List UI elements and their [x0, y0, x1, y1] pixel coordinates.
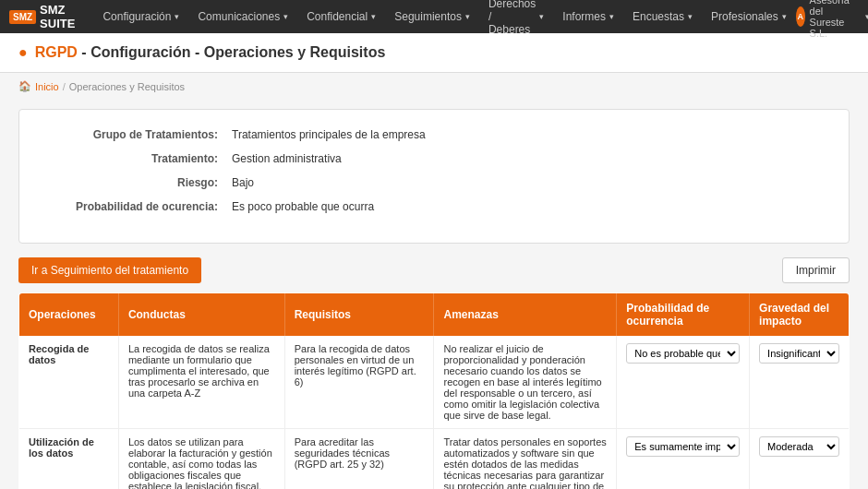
value-prob: Es poco probable que ocurra	[232, 200, 374, 213]
table-row: Recogida de datosLa recogida de datos se…	[19, 336, 850, 429]
main-content: Grupo de Tratamientos: Tratamientos prin…	[0, 100, 868, 489]
action-row: Ir a Seguimiento del tratamiento Imprimi…	[18, 257, 850, 283]
info-card: Grupo de Tratamientos: Tratamientos prin…	[18, 109, 850, 244]
label-riesgo: Riesgo:	[47, 176, 232, 189]
rgpd-icon: ●	[18, 44, 28, 61]
cell-requisitos: Para la recogida de datos personales en …	[284, 336, 434, 429]
chevron-down-icon: ▾	[782, 12, 787, 21]
col-header-conductas: Conductas	[118, 293, 284, 337]
chevron-down-icon: ▾	[539, 12, 544, 21]
info-row-prob: Probabilidad de ocurencia: Es poco proba…	[47, 200, 821, 213]
value-riesgo: Bajo	[232, 176, 254, 189]
nav-derechos[interactable]: Derechos / Deberes ▾	[479, 0, 553, 33]
chevron-down-icon: ▾	[465, 12, 470, 21]
breadcrumb-current: Operaciones y Requisitos	[69, 81, 185, 92]
page-title-text: Configuración - Operaciones y Requisitos	[90, 44, 385, 60]
cell-requisitos: Para acreditar las seguridades técnicas …	[284, 429, 434, 490]
table-row: Utilización de los datosLos datos se uti…	[19, 429, 850, 490]
col-header-requisitos: Requisitos	[284, 293, 434, 337]
breadcrumb: 🏠 Inicio / Operaciones y Requisitos	[0, 73, 868, 100]
value-grupo: Tratamientos principales de la empresa	[232, 128, 426, 141]
company-selector[interactable]: A Asesoría del Sureste S.L. ▾	[796, 0, 868, 39]
logo-icon: SMZ	[9, 10, 36, 24]
label-tratamiento: Tratamiento:	[47, 152, 232, 165]
cell-probabilidad[interactable]: No es probable que ocurraEs sumamente im…	[617, 429, 750, 490]
cell-amenazas: No realizar el juicio de proporcionalida…	[434, 336, 617, 429]
nav-seguimientos[interactable]: Seguimientos ▾	[385, 0, 479, 33]
cell-operaciones: Utilización de los datos	[19, 429, 119, 490]
app-logo: SMZ SMZ SUITE	[9, 3, 75, 30]
label-grupo: Grupo de Tratamientos:	[47, 128, 232, 141]
chevron-down-icon: ▾	[609, 12, 614, 21]
info-row-grupo: Grupo de Tratamientos: Tratamientos prin…	[47, 128, 821, 141]
label-prob: Probabilidad de ocurencia:	[47, 200, 232, 213]
breadcrumb-separator: /	[63, 81, 66, 92]
home-icon: 🏠	[18, 80, 31, 92]
nav-encuestas[interactable]: Encuestas ▾	[623, 0, 702, 33]
col-header-operaciones: Operaciones	[19, 293, 119, 337]
nav-confidencial[interactable]: Confidencial ▾	[297, 0, 385, 33]
nav-items: Configuración ▾ Comunicaciones ▾ Confide…	[93, 0, 795, 33]
nav-profesionales[interactable]: Profesionales ▾	[702, 0, 796, 33]
rgpd-label: RGPD	[35, 44, 78, 60]
info-row-riesgo: Riesgo: Bajo	[47, 176, 821, 189]
chevron-down-icon: ▾	[283, 12, 288, 21]
gravedad-select[interactable]: InsignificanteModeradaInexistenteAltaMuy…	[759, 343, 839, 364]
cell-probabilidad[interactable]: No es probable que ocurraEs sumamente im…	[617, 336, 750, 429]
col-header-prob: Probabilidad de ocurrencia	[617, 293, 750, 337]
chevron-down-icon: ▾	[371, 12, 376, 21]
nav-informes[interactable]: Informes ▾	[553, 0, 623, 33]
table-body: Recogida de datosLa recogida de datos se…	[19, 336, 850, 489]
info-row-tratamiento: Tratamiento: Gestion administrativa	[47, 152, 821, 165]
page-header: ● RGPD - Configuración - Operaciones y R…	[0, 33, 868, 73]
chevron-down-icon: ▾	[175, 12, 179, 21]
chevron-down-icon: ▾	[688, 12, 693, 21]
cell-gravedad[interactable]: InsignificanteModeradaInexistenteAltaMuy…	[750, 336, 850, 429]
top-navigation: SMZ SMZ SUITE Configuración ▾ Comunicaci…	[0, 0, 868, 33]
nav-configuracion[interactable]: Configuración ▾	[93, 0, 188, 33]
company-logo: A	[796, 6, 805, 27]
nav-right: A Asesoría del Sureste S.L. ▾	[796, 0, 868, 39]
probabilidad-select[interactable]: No es probable que ocurraEs sumamente im…	[626, 436, 740, 457]
cell-gravedad[interactable]: InsignificanteModeradaInexistenteAltaMuy…	[750, 429, 850, 490]
gravedad-select[interactable]: InsignificanteModeradaInexistenteAltaMuy…	[759, 436, 839, 457]
cell-conductas: La recogida de datos se realiza mediante…	[118, 336, 284, 429]
value-tratamiento: Gestion administrativa	[232, 152, 342, 165]
cell-conductas: Los datos se utilizan para elaborar la f…	[118, 429, 284, 490]
page-title: RGPD - Configuración - Operaciones y Req…	[35, 44, 386, 61]
breadcrumb-home[interactable]: Inicio	[35, 81, 59, 92]
table-header: Operaciones Conductas Requisitos Amenaza…	[19, 293, 850, 337]
operations-table: Operaciones Conductas Requisitos Amenaza…	[18, 292, 850, 489]
company-name: Asesoría del Sureste S.L.	[810, 0, 862, 39]
seguimiento-button[interactable]: Ir a Seguimiento del tratamiento	[18, 257, 201, 283]
col-header-gravedad: Gravedad del impacto	[750, 293, 850, 337]
probabilidad-select[interactable]: No es probable que ocurraEs sumamente im…	[626, 343, 740, 364]
nav-comunicaciones[interactable]: Comunicaciones ▾	[188, 0, 297, 33]
cell-amenazas: Tratar datos personales en soportes auto…	[434, 429, 617, 490]
cell-operaciones: Recogida de datos	[19, 336, 119, 429]
col-header-amenazas: Amenazas	[434, 293, 617, 337]
imprimir-button[interactable]: Imprimir	[782, 257, 850, 283]
logo-text: SMZ SUITE	[40, 3, 75, 30]
